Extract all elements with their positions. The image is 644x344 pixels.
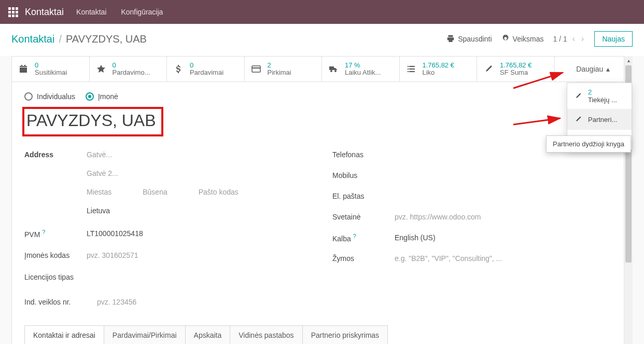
country-input[interactable]: Lietuva [87, 207, 110, 215]
ind-input[interactable]: pvz. 123456 [97, 298, 136, 306]
stat-value: 2 [268, 62, 291, 69]
ind-label: Ind. veiklos nr. [24, 298, 97, 306]
radio-dot-icon [24, 92, 33, 101]
radio-label: Įmonė [98, 92, 118, 101]
vat-input[interactable]: LT100001025418 [87, 229, 143, 238]
action-button[interactable]: Veiksmas [501, 34, 544, 44]
list-icon [405, 63, 417, 75]
tab-accounting[interactable]: Apskaita [185, 325, 231, 344]
svg-line-11 [513, 73, 563, 88]
apps-launcher-icon[interactable] [5, 4, 21, 20]
card-icon [250, 63, 262, 75]
print-button[interactable]: Spausdinti [446, 34, 492, 44]
tooltip: Partnerio dydžioji knyga [546, 135, 631, 153]
pager-prev-icon[interactable]: ‹ [571, 34, 576, 44]
dropdown-label: Tiekėjų ... [588, 96, 617, 104]
dropdown-item-vendor-bills[interactable]: 2Tiekėjų ... [567, 83, 632, 109]
stat-value: 17 % [345, 62, 381, 69]
top-navbar: Kontaktai Kontaktai Konfigūracija [0, 0, 644, 24]
company-code-label: Įmonės kodas [24, 251, 87, 259]
action-label: Veiksmas [513, 35, 544, 43]
stat-sales[interactable]: 0Pardavimai [167, 57, 245, 81]
gear-icon [501, 34, 510, 44]
tags-input[interactable]: e.g. "B2B", "VIP", "Consulting", ... [395, 254, 502, 263]
street2-input[interactable]: Gatvė 2... [87, 169, 118, 177]
stat-label: Pardavimai [190, 69, 223, 76]
radio-company[interactable]: Įmonė [86, 92, 118, 101]
app-title: Kontaktai [25, 7, 64, 18]
star-icon [95, 63, 107, 75]
tab-sales-purchases[interactable]: Pardavimai/Pirkimai [104, 325, 186, 344]
stat-opportunities[interactable]: 0Pardavimo... [90, 57, 167, 81]
stat-value: 1.765,82 € [423, 62, 454, 69]
dropdown-label: Partneri... [588, 116, 617, 123]
email-label: El. paštas [332, 192, 395, 200]
stat-label: Liko [423, 69, 454, 76]
tab-partner-assignment[interactable]: Partnerio priskyrimas [302, 325, 388, 344]
more-label: Daugiau [576, 65, 603, 73]
lang-input[interactable]: English (US) [395, 233, 436, 242]
stat-label: Pirkimai [268, 69, 291, 76]
zip-input[interactable]: Pašto kodas [199, 188, 239, 196]
pencil-icon [482, 63, 495, 75]
annotation-arrow-icon [511, 67, 573, 93]
scroll-up-icon[interactable]: ▴ [624, 56, 633, 65]
stat-ontime[interactable]: 17 %Laiku Atlik... [322, 57, 400, 81]
stat-label: Pardavimo... [113, 69, 150, 76]
stat-purchases[interactable]: 2Pirkimai [245, 57, 323, 81]
tab-internal-notes[interactable]: Vidinės pastabos [230, 325, 302, 344]
breadcrumb-separator: / [59, 33, 62, 45]
stat-label: Susitikimai [35, 69, 67, 76]
print-label: Spausdinti [458, 35, 492, 43]
address-label: Address [24, 150, 87, 159]
breadcrumb-current: PAVYZDYS, UAB [66, 33, 147, 45]
website-input[interactable]: pvz. https://www.odoo.com [395, 213, 481, 221]
truck-icon [327, 63, 340, 75]
dropdown-item-partner-ledger[interactable]: Partneri... [567, 109, 632, 130]
radio-dot-icon [86, 92, 94, 101]
mobile-label: Mobilus [332, 171, 395, 180]
new-button[interactable]: Naujas [594, 31, 633, 47]
svg-line-12 [513, 118, 560, 125]
vat-label: PVM ? [24, 229, 87, 239]
help-icon[interactable]: ? [42, 229, 45, 235]
lang-label: Kalba ? [332, 233, 395, 243]
nav-link-konfiguracija[interactable]: Konfigūracija [121, 8, 163, 16]
radio-individual[interactable]: Individualus [24, 92, 75, 101]
city-input[interactable]: Miestas [87, 188, 111, 196]
pager-next-icon[interactable]: › [580, 34, 585, 44]
pencil-icon [573, 115, 583, 124]
left-column: AddressGatvė... Gatvė 2... MiestasBūsena… [24, 149, 312, 315]
pager-text: 1 / 1 [553, 35, 567, 43]
tab-contacts[interactable]: Kontaktai ir adresai [24, 325, 104, 344]
annotation-arrow-icon [511, 113, 568, 129]
stat-due[interactable]: 1.765,82 €Liko [400, 57, 478, 81]
website-label: Svetainė [332, 213, 395, 221]
stat-label: Laiku Atlik... [345, 69, 381, 76]
pencil-icon [573, 91, 583, 101]
dollar-icon [172, 63, 185, 75]
tags-label: Žymos [332, 254, 395, 263]
control-bar: Kontaktai / PAVYZDYS, UAB Spausdinti Vei… [0, 24, 644, 56]
radio-label: Individualus [37, 92, 75, 101]
dropdown-value: 2 [588, 88, 617, 96]
stat-value: 0 [190, 62, 223, 69]
pager: 1 / 1 ‹ › [553, 34, 585, 44]
street-input[interactable]: Gatvė... [87, 150, 112, 159]
right-column: Telefonas Mobilus El. paštas Svetainėpvz… [332, 149, 620, 315]
stat-value: 0 [113, 62, 150, 69]
company-name[interactable]: PAVYZDYS, UAB [22, 107, 163, 136]
company-code-input[interactable]: pvz. 301602571 [87, 251, 138, 259]
caret-up-icon: ▴ [606, 65, 610, 73]
phone-label: Telefonas [332, 150, 395, 159]
license-label: Licencijos tipas [24, 273, 97, 281]
breadcrumb-root[interactable]: Kontaktai [11, 33, 54, 45]
calendar-icon [17, 63, 30, 75]
breadcrumb: Kontaktai / PAVYZDYS, UAB [11, 33, 147, 45]
state-input[interactable]: Būsena [143, 188, 167, 196]
stat-meetings[interactable]: 0Susitikimai [12, 57, 90, 81]
nav-link-kontaktai[interactable]: Kontaktai [76, 8, 106, 16]
help-icon[interactable]: ? [353, 233, 356, 239]
stat-value: 0 [35, 62, 67, 69]
tab-bar: Kontaktai ir adresai Pardavimai/Pirkimai… [24, 325, 620, 344]
